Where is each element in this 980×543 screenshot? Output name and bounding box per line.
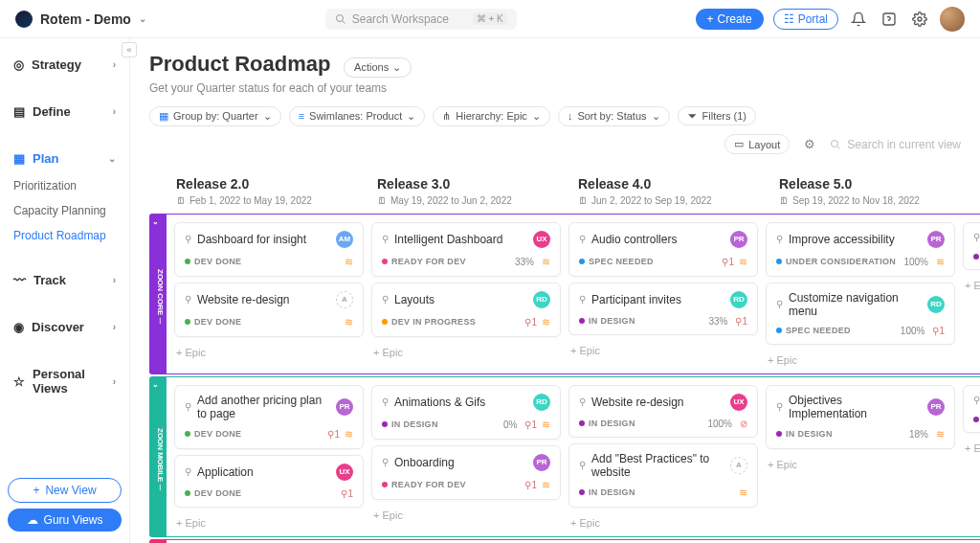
chevron-down-icon: ⌄	[152, 217, 159, 226]
sidebar-sub-prioritization[interactable]: Prioritization	[8, 173, 122, 198]
search-workspace[interactable]: Search Workspace ⌘ + K	[325, 9, 517, 30]
chevron-right-icon: ›	[113, 106, 116, 117]
filters-chip[interactable]: ⏷Filters (1)	[678, 106, 756, 125]
status-dot-icon	[776, 328, 782, 333]
sidebar-item-discover[interactable]: ◉ Discover ›	[8, 312, 122, 342]
progress-pct: 18%	[909, 429, 928, 440]
epic-card[interactable]: ⚲ V IN	[963, 222, 980, 270]
sidebar-item-personal-views[interactable]: ☆ Personal Views ›	[8, 359, 122, 403]
portal-button[interactable]: ☷ Portal	[773, 9, 838, 30]
group-by-chip[interactable]: ▦Group by: Quarter⌄	[149, 106, 281, 126]
sidebar-sub-capacity[interactable]: Capacity Planning	[8, 198, 122, 223]
add-epic-button[interactable]: + Epic	[963, 439, 980, 458]
sidebar-sub-roadmap[interactable]: Product Roadmap	[8, 223, 122, 248]
chip-label: Filters (1)	[702, 110, 746, 122]
chevron-right-icon: ›	[113, 59, 116, 70]
swimlanes-icon: ≡	[299, 110, 304, 122]
assignee-badge: PR	[927, 231, 945, 248]
collapse-sidebar-icon[interactable]: «	[122, 42, 137, 57]
track-icon: 〰	[13, 273, 26, 287]
layout-button[interactable]: ▭Layout	[724, 134, 790, 154]
add-epic-button[interactable]: + Epic	[766, 351, 955, 370]
epic-card[interactable]: ⚲ Add "Best Practices" to website A IN D…	[568, 443, 758, 508]
customize-icon[interactable]: ⚙	[799, 134, 820, 155]
calendar-icon: 🗓	[779, 195, 789, 206]
chip-label: Sort by: Status	[577, 110, 646, 122]
sidebar-item-track[interactable]: 〰 Track ›	[8, 265, 122, 295]
add-epic-button[interactable]: + Epic	[174, 513, 364, 532]
epic-card[interactable]: ⚲ Onboarding PR READY FOR DEV ⚲1≋	[371, 445, 561, 500]
create-button[interactable]: + Create	[696, 9, 764, 30]
epic-card[interactable]: ⚲ Website re-design UX IN DESIGN 100%⊘	[568, 385, 758, 438]
people-icon: ⚲1	[524, 419, 537, 430]
priority-icon: ≋	[345, 256, 353, 268]
epic-card[interactable]: ⚲ Animations & Gifs RD IN DESIGN 0%⚲1≋	[371, 385, 561, 440]
epic-card[interactable]: ⚲ Layouts RD DEV IN PROGRESS ⚲1≋	[371, 283, 561, 337]
epic-icon: ⚲	[776, 401, 783, 412]
add-epic-button[interactable]: + Epic	[568, 513, 758, 532]
status-text: IN DESIGN	[589, 419, 635, 428]
release-title: Release 2.0	[176, 176, 354, 192]
add-epic-button[interactable]: + Epic	[371, 343, 561, 362]
card-title: Website re-design	[197, 293, 330, 306]
swimlane-tab[interactable]: ⌄ZOON CORE ···	[149, 214, 165, 374]
progress-pct: 100%	[707, 419, 732, 429]
hierarchy-chip[interactable]: ⋔Hierarchy: Epic⌄	[433, 106, 550, 126]
release-title: Release 4.0	[578, 176, 756, 192]
epic-card[interactable]: ⚲ Application UX DEV DONE ⚲1	[174, 455, 364, 508]
lane-column: ⚲ Dashboard for insight AM DEV DONE ≋ ⚲ …	[170, 222, 368, 370]
sort-by-chip[interactable]: ↓Sort by: Status⌄	[558, 106, 670, 126]
chevron-down-icon: ⌄	[392, 61, 401, 74]
card-title: Customize navigation menu	[789, 291, 922, 318]
notifications-icon[interactable]	[848, 9, 869, 30]
chip-label: Layout	[748, 139, 780, 150]
sidebar-item-strategy[interactable]: ◎ Strategy ›	[8, 50, 122, 79]
epic-card[interactable]: ⚲ Intelligent Dashboard UX READY FOR DEV…	[371, 222, 561, 277]
epic-icon: ⚲	[579, 234, 586, 244]
sidebar-item-define[interactable]: ▤ Define ›	[8, 97, 122, 126]
epic-icon: ⚲	[776, 234, 783, 244]
status-text: READY FOR DEV	[391, 480, 466, 489]
epic-card[interactable]: ⚲ Website re-design A DEV DONE ≋	[174, 283, 364, 337]
people-icon: ⚲1	[524, 317, 537, 328]
epic-card[interactable]: ⚲ Customize navigation menu RD SPEC NEED…	[766, 283, 955, 345]
avatar[interactable]	[940, 7, 965, 32]
actions-menu[interactable]: Actions ⌄	[344, 57, 412, 78]
add-epic-button[interactable]: + Epic	[371, 506, 561, 525]
epic-icon: ⚲	[185, 466, 191, 477]
sidebar-label: Strategy	[32, 57, 81, 72]
workspace-switcher[interactable]: Rotem - Demo ⌄	[15, 11, 146, 28]
help-icon[interactable]	[879, 9, 900, 30]
toolbar: ▦Group by: Quarter⌄ ≡Swimlanes: Product⌄…	[149, 106, 980, 155]
lane-column: ⚲ M IN + Epic	[959, 385, 980, 532]
status-text: SPEC NEEDED	[589, 257, 654, 266]
sidebar-item-plan[interactable]: ▦ Plan ⌄	[8, 144, 122, 173]
epic-icon: ⚲	[776, 299, 783, 309]
plan-icon: ▦	[13, 151, 25, 166]
epic-card[interactable]: ⚲ Improve accessibility PR UNDER CONSIDE…	[766, 222, 955, 277]
assignee-badge: PR	[730, 231, 747, 248]
add-epic-button[interactable]: + Epic	[568, 341, 758, 360]
add-epic-button[interactable]: + Epic	[766, 455, 955, 474]
settings-icon[interactable]	[909, 9, 930, 30]
add-epic-button[interactable]: + Epic	[963, 276, 980, 295]
swimlane-tab[interactable]: ⌄ZOON MOBILE ···	[149, 376, 165, 537]
epic-card[interactable]: ⚲ M IN	[963, 385, 980, 433]
search-in-view[interactable]: Search in current view	[830, 138, 961, 151]
guru-views-button[interactable]: ☁ Guru Views	[8, 509, 122, 532]
epic-card[interactable]: ⚲ Audio controllers PR SPEC NEEDED ⚲1≋	[568, 222, 758, 277]
epic-card[interactable]: ⚲ Objectives Implementation PR IN DESIGN…	[766, 385, 955, 449]
add-epic-button[interactable]: + Epic	[174, 343, 364, 362]
lane-column: ⚲ Improve accessibility PR UNDER CONSIDE…	[762, 222, 959, 370]
epic-card[interactable]: ⚲ Add another pricing plan to page PR DE…	[174, 385, 364, 449]
doc-icon: ▤	[13, 104, 25, 119]
release-dates: 🗓May 19, 2022 to Jun 2, 2022	[377, 195, 555, 206]
new-view-button[interactable]: + New View	[8, 478, 122, 503]
assignee-badge: UX	[533, 231, 550, 248]
epic-card[interactable]: ⚲ Dashboard for insight AM DEV DONE ≋	[174, 222, 364, 277]
card-title: Animations & Gifs	[394, 396, 527, 409]
swimlanes-chip[interactable]: ≡Swimlanes: Product⌄	[289, 106, 426, 126]
epic-card[interactable]: ⚲ Participant invites RD IN DESIGN 33%⚲1	[568, 283, 758, 335]
epic-icon: ⚲	[185, 401, 191, 412]
swimlane-tab[interactable]: ⌄CHAT ···	[149, 539, 165, 544]
